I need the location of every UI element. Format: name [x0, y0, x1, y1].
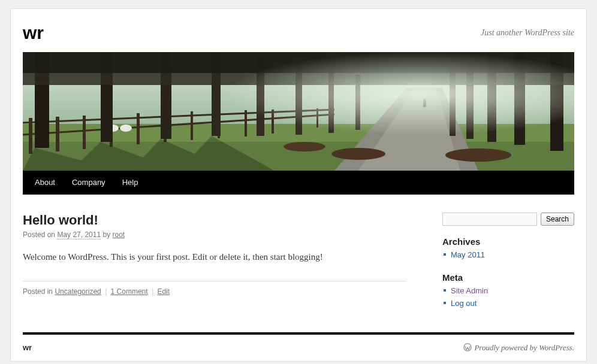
meta-link-site-admin[interactable]: Site Admin: [451, 286, 488, 295]
post-title-link[interactable]: Hello world!: [23, 213, 98, 228]
meta-link-log-out[interactable]: Log out: [451, 299, 477, 308]
post-utility: Posted in Uncategorized | 1 Comment | Ed…: [23, 281, 406, 296]
nav-item-help[interactable]: Help: [114, 171, 147, 195]
post-author-link[interactable]: root: [112, 230, 125, 239]
footer-credit: Proudly powered by WordPress.: [463, 343, 574, 353]
search-button[interactable]: Search: [541, 213, 574, 226]
nav-item-company[interactable]: Company: [64, 171, 114, 195]
archives-widget: Archives May 2011: [442, 236, 574, 262]
meta-widget: Meta Site Admin Log out: [442, 272, 574, 310]
post-date-link[interactable]: May 27, 2011: [57, 230, 101, 239]
meta-title: Meta: [442, 272, 574, 283]
post-comments-link[interactable]: 1 Comment: [111, 287, 148, 296]
posted-on-label: Posted on: [23, 230, 55, 239]
footer-credit-link[interactable]: Proudly powered by WordPress.: [474, 343, 574, 352]
search-widget: Search: [442, 213, 574, 226]
archives-title: Archives: [442, 236, 574, 247]
posted-in-label: Posted in: [23, 287, 53, 296]
post-content: Welcome to WordPress. This is your first…: [23, 250, 406, 264]
post-category-link[interactable]: Uncategorized: [55, 287, 101, 296]
site-title[interactable]: wr: [23, 22, 44, 44]
search-form: Search: [442, 213, 574, 226]
site-tagline: Just another WordPress site: [481, 28, 574, 38]
nav-item-about[interactable]: About: [26, 171, 64, 195]
primary-nav: About Company Help: [23, 171, 574, 195]
footer-site-title[interactable]: wr: [23, 343, 32, 352]
site-title-link[interactable]: wr: [23, 23, 44, 43]
wordpress-logo-icon: [463, 343, 472, 351]
search-input[interactable]: [442, 213, 537, 226]
post-edit-link[interactable]: Edit: [157, 287, 170, 296]
post-meta: Posted on May 27, 2011 by root: [23, 230, 406, 239]
post: Hello world! Posted on May 27, 2011 by r…: [23, 213, 406, 296]
by-label: by: [102, 230, 110, 239]
header-image[interactable]: [23, 52, 574, 171]
archive-link-may-2011[interactable]: May 2011: [451, 250, 485, 259]
